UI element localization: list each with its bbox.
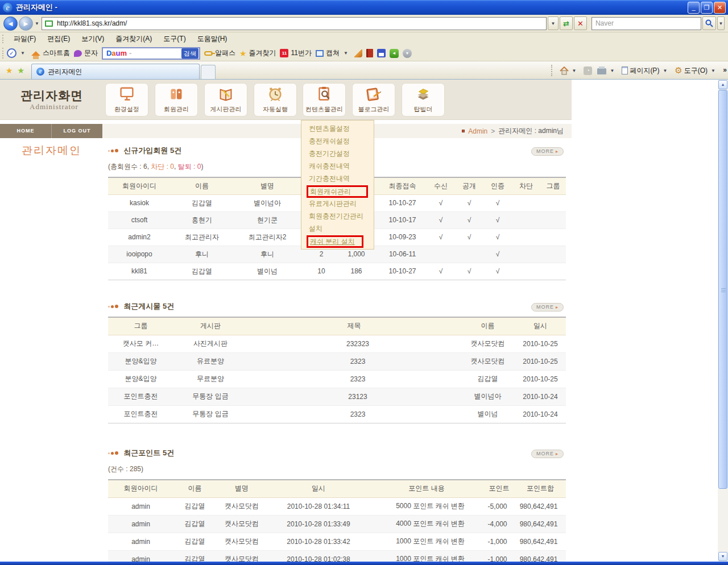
search-go-button[interactable] xyxy=(702,16,716,30)
vertical-scrollbar[interactable]: ▲ ▼ xyxy=(718,80,728,562)
stop-button[interactable]: ✕ xyxy=(574,16,587,30)
clean-broom-icon[interactable] xyxy=(354,49,362,57)
menu-item-install[interactable]: 설치 xyxy=(301,222,374,235)
tools-menu-label: 도구(O) xyxy=(684,66,708,76)
forward-button[interactable]: ► xyxy=(19,16,33,31)
home-link[interactable]: HOME xyxy=(0,124,51,138)
sms-button[interactable]: 문자 xyxy=(74,48,98,58)
green-addon-icon[interactable]: ◂ xyxy=(390,49,399,58)
menu-item-charge-period-config[interactable]: 충전기간설정 xyxy=(301,147,374,160)
daum-search-input[interactable]: Daum - xyxy=(103,48,181,59)
capture-button[interactable]: 캡쳐▼ xyxy=(316,48,350,58)
menu-file[interactable]: 파일(F) xyxy=(8,34,42,44)
url-field[interactable] xyxy=(42,17,547,30)
subject-link[interactable]: 2323 xyxy=(247,405,461,423)
web-search-field[interactable] xyxy=(592,17,701,30)
alarm-clock-icon xyxy=(266,85,285,105)
home-menu-button[interactable]: ▼ xyxy=(560,67,579,75)
search-options-button[interactable]: ▼ xyxy=(717,16,725,30)
breadcrumb-root[interactable]: Admin xyxy=(468,127,487,135)
favorites-button[interactable]: ★즐겨찾기 xyxy=(239,48,276,58)
breadcrumb-separator: > xyxy=(491,127,495,135)
favorites-label: 즐겨찾기 xyxy=(249,48,276,58)
alpass-button[interactable]: 알패스 xyxy=(204,48,235,58)
board-link[interactable]: 무료분양 xyxy=(173,370,247,388)
menu-item-charge-cash-config[interactable]: 충전캐쉬설정 xyxy=(301,135,374,147)
menu-item-contents-mall-config[interactable]: 컨텐츠몰설정 xyxy=(301,122,374,135)
menu-view[interactable]: 보기(V) xyxy=(76,34,110,44)
scroll-up-button[interactable]: ▲ xyxy=(718,80,727,89)
subject-link[interactable]: 23123 xyxy=(247,388,461,405)
section-title: 신규가입회원 5건 xyxy=(123,146,181,155)
smart-home-button[interactable]: 스마트홈 xyxy=(31,48,70,58)
subject-link[interactable]: 232323 xyxy=(247,335,461,352)
board-link[interactable]: 무통장 입금 xyxy=(173,405,247,423)
dictionary-book-icon[interactable] xyxy=(366,49,373,57)
menu-item-period-charge-history[interactable]: 기간충전내역 xyxy=(301,172,374,185)
menu-item-cash-separate-install[interactable]: 캐쉬 분리 설치 xyxy=(301,235,374,247)
nav-button-members[interactable]: 회원관리 xyxy=(155,83,198,117)
logout-link[interactable]: LOG OUT xyxy=(51,124,102,138)
tools-menu-button[interactable]: ⚙도구(O)▼ xyxy=(675,65,718,76)
new-tab-button[interactable] xyxy=(201,65,216,79)
tab-bar: ★ ★ e 관리자메인 ▼ ◔ ▼ 페이지(P)▼ ⚙도구(O)▼ » xyxy=(0,61,728,80)
more-button[interactable]: MORE▸ xyxy=(531,303,564,311)
more-button[interactable]: MORE▸ xyxy=(531,450,564,458)
close-button[interactable]: ✕ xyxy=(714,2,726,14)
url-input[interactable] xyxy=(57,18,546,29)
subject-link[interactable]: 2323 xyxy=(247,370,461,388)
url-dropdown-button[interactable]: ▼ xyxy=(548,16,559,30)
subject-link[interactable]: 2323 xyxy=(247,352,461,370)
board-link[interactable]: 사진게시판 xyxy=(173,335,247,352)
menu-bar: 파일(F) 편집(E) 보기(V) 즐겨찾기(A) 도구(T) 도움말(H) xyxy=(0,32,728,45)
board-link[interactable]: 유료분양 xyxy=(173,352,247,370)
daum-search-button[interactable]: 검색 xyxy=(181,48,198,59)
capture-frame-icon xyxy=(316,50,324,57)
nav-button-autorun[interactable]: 자동실행 xyxy=(254,83,297,117)
menu-item-cash-charge-history[interactable]: 캐쉬충전내역 xyxy=(301,160,374,172)
refresh-icon: ⇄ xyxy=(563,19,569,28)
daum-search-widget[interactable]: Daum - 검색 xyxy=(102,47,200,60)
back-button[interactable]: ◄ xyxy=(3,16,18,31)
web-search-input[interactable] xyxy=(592,19,701,27)
member-id-link[interactable]: admin xyxy=(108,497,173,515)
nav-button-top-builder[interactable]: 탑빌더 xyxy=(402,83,445,117)
member-id-link[interactable]: admin xyxy=(108,515,173,533)
print-button[interactable]: ▼ xyxy=(597,67,617,74)
restore-button[interactable]: ❐ xyxy=(701,2,713,14)
nav-button-blog[interactable]: 블로그관리 xyxy=(352,83,395,117)
refresh-button[interactable]: ⇄ xyxy=(560,16,573,30)
minimize-button[interactable]: _ xyxy=(688,2,700,14)
member-id-link[interactable]: admin xyxy=(108,550,173,562)
nav-button-contents-mall[interactable]: 컨텐츠몰관리 xyxy=(303,83,346,117)
st11-badge-icon: 11 xyxy=(280,49,288,57)
menu-tools[interactable]: 도구(T) xyxy=(158,34,191,44)
page-icon xyxy=(622,67,628,74)
menu-edit[interactable]: 편집(E) xyxy=(42,34,76,44)
page-menu-label: 페이지(P) xyxy=(630,66,659,76)
member-id-link[interactable]: admin xyxy=(108,533,173,550)
board-link[interactable]: 무통장 입금 xyxy=(173,388,247,405)
menu-item-member-charge-period-admin[interactable]: 회원충전기간관리 xyxy=(301,210,374,222)
nav-button-board[interactable]: 게시판관리 xyxy=(204,83,247,117)
menu-help[interactable]: 도움말(H) xyxy=(192,34,233,44)
more-button[interactable]: MORE▸ xyxy=(531,147,564,156)
add-favorite-icon[interactable]: ★ xyxy=(18,66,25,75)
page-menu-button[interactable]: 페이지(P)▼ xyxy=(622,66,669,76)
st11-button[interactable]: 1111번가 xyxy=(280,48,311,58)
menu-item-paid-board-admin[interactable]: 유료게시판관리 xyxy=(301,197,374,210)
toolbar-overflow-button[interactable]: » xyxy=(723,66,727,74)
scrollbar-thumb[interactable] xyxy=(718,90,727,489)
key-icon xyxy=(204,51,213,56)
gray-dropdown-icon[interactable]: ▼ xyxy=(403,49,412,58)
tab-active[interactable]: e 관리자메인 xyxy=(31,64,200,79)
security-check-button[interactable]: ✓▼ xyxy=(7,48,27,58)
menu-item-member-cash-admin[interactable]: 회원캐쉬관리 xyxy=(301,185,374,197)
scroll-down-button[interactable]: ▼ xyxy=(718,552,727,561)
menu-favorites[interactable]: 즐겨찾기(A) xyxy=(110,34,158,44)
nav-history-dropdown-icon[interactable]: ▼ xyxy=(35,21,39,26)
favorites-star-icon[interactable]: ★ xyxy=(6,66,13,75)
save-floppy-icon[interactable] xyxy=(377,49,386,57)
rss-icon[interactable]: ◔ xyxy=(584,67,592,75)
nav-button-config[interactable]: 환경설정 xyxy=(105,83,148,117)
